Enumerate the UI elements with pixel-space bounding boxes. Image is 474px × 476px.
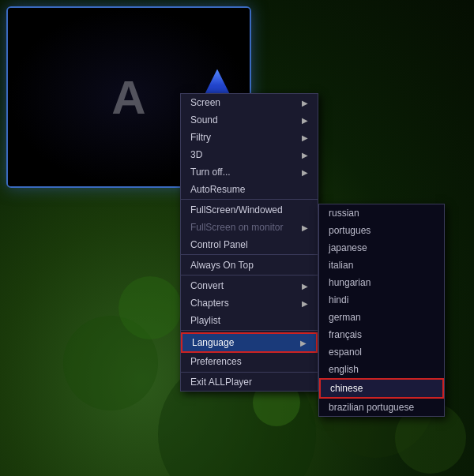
lang-brazilian[interactable]: brazilian portuguese [319,399,444,416]
lang-english[interactable]: english [319,361,444,378]
menu-item-playlist[interactable]: Playlist [181,312,318,331]
player-letter: A [111,70,145,125]
lang-japanese[interactable]: japanese [319,239,444,257]
menu-item-filtry[interactable]: Filtry ▶ [181,129,318,146]
menu-item-fullscreen-monitor[interactable]: FullScreen on monitor ▶ [181,219,318,236]
menu-item-3d[interactable]: 3D ▶ [181,146,318,163]
menu-item-control-panel[interactable]: Control Panel [181,236,318,255]
lang-hungarian[interactable]: hungarian [319,274,444,291]
lang-hindi[interactable]: hindi [319,291,444,309]
arrow-icon: ▶ [302,282,308,290]
arrow-icon: ▶ [302,133,308,142]
language-submenu: russian portugues japanese italian hunga… [318,204,445,417]
arrow-icon: ▶ [302,99,308,107]
arrow-icon: ▶ [302,223,308,232]
menu-item-turn-off[interactable]: Turn off... ▶ [181,163,318,181]
arrow-icon: ▶ [300,339,307,347]
menu-item-fullscreen[interactable]: FullScreen/Windowed [181,201,318,219]
lang-chinese[interactable]: chinese [319,378,444,399]
lang-francais[interactable]: français [319,326,444,343]
lang-russian[interactable]: russian [319,204,444,222]
menu-item-sound[interactable]: Sound ▶ [181,111,318,129]
menu-item-always-on-top[interactable]: Always On Top [181,257,318,275]
menu-item-screen[interactable]: Screen ▶ [181,94,318,111]
lang-italian[interactable]: italian [319,257,444,274]
lang-portugues[interactable]: portugues [319,222,444,239]
arrow-icon: ▶ [302,151,308,159]
lang-espanol[interactable]: espanol [319,343,444,361]
arrow-icon: ▶ [302,116,308,125]
lang-german[interactable]: german [319,309,444,326]
menu-item-chapters[interactable]: Chapters ▶ [181,294,318,312]
context-menu: Screen ▶ Sound ▶ Filtry ▶ 3D ▶ Turn off.… [180,93,318,392]
menu-item-language[interactable]: Language ▶ [181,332,318,353]
menu-item-autoresume[interactable]: AutoResume [181,181,318,200]
menu-item-convert[interactable]: Convert ▶ [181,277,318,294]
arrow-icon: ▶ [302,168,308,177]
arrow-icon: ▶ [302,299,308,308]
menu-item-exit[interactable]: Exit ALLPlayer [181,372,318,391]
menu-item-preferences[interactable]: Preferences [181,353,318,370]
